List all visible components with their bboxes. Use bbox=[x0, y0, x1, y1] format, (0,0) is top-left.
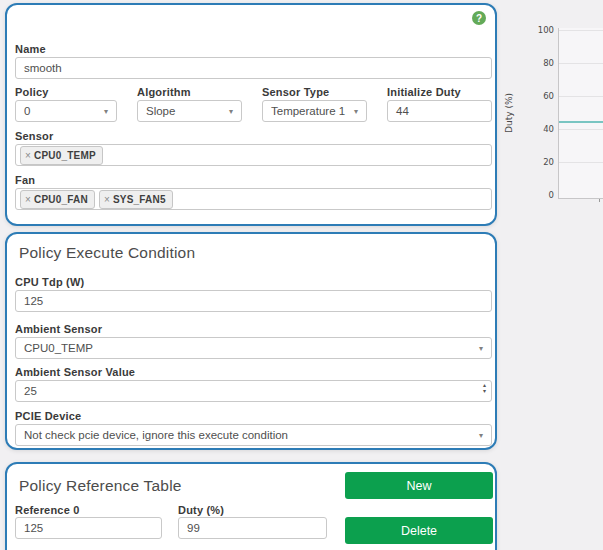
reference-0-label: Reference 0 bbox=[15, 504, 80, 516]
tag-remove-icon[interactable]: × bbox=[25, 194, 31, 205]
pcie-device-select[interactable]: Not check pcie device, ignore this execu… bbox=[15, 424, 492, 446]
cpu-tdp-input[interactable]: 125 bbox=[15, 290, 492, 312]
fan-label: Fan bbox=[15, 174, 35, 186]
stepper-down-icon[interactable]: ▾ bbox=[483, 389, 486, 395]
policy-select[interactable]: 0 ▾ bbox=[15, 100, 117, 122]
sensor-type-label: Sensor Type bbox=[262, 86, 329, 98]
tag-remove-icon[interactable]: × bbox=[104, 194, 110, 205]
policy-label: Policy bbox=[15, 86, 49, 98]
initialize-duty-label: Initialize Duty bbox=[387, 86, 461, 98]
sensor-tag-label: CPU0_TEMP bbox=[34, 150, 96, 161]
sensor-tags-input[interactable]: × CPU0_TEMP bbox=[15, 144, 492, 166]
algorithm-label: Algorithm bbox=[137, 86, 191, 98]
initialize-duty-value: 44 bbox=[396, 105, 409, 117]
sensor-type-value: Temperature 1 bbox=[271, 105, 345, 117]
chevron-down-icon: ▾ bbox=[104, 107, 108, 116]
y-tick-100: 100 bbox=[528, 25, 554, 35]
reference-table-title: Policy Reference Table bbox=[19, 477, 182, 495]
chevron-down-icon: ▾ bbox=[479, 344, 483, 353]
fan-tags-input[interactable]: × CPU0_FAN × SYS_FAN5 bbox=[15, 188, 492, 210]
y-tick-40: 40 bbox=[528, 124, 554, 134]
y-tick-0: 0 bbox=[528, 190, 554, 200]
ambient-sensor-value: CPU0_TEMP bbox=[24, 342, 93, 354]
sensor-label: Sensor bbox=[15, 130, 54, 142]
gridline-40 bbox=[559, 129, 603, 130]
ambient-sensor-select[interactable]: CPU0_TEMP ▾ bbox=[15, 337, 492, 359]
initialize-duty-input[interactable]: 44 bbox=[387, 100, 492, 122]
fan-tag: × CPU0_FAN bbox=[20, 190, 95, 209]
pcie-device-label: PCIE Device bbox=[15, 410, 81, 422]
number-stepper[interactable]: ▴ ▾ bbox=[483, 383, 486, 394]
cpu-tdp-value: 125 bbox=[24, 295, 43, 307]
name-input[interactable]: smooth bbox=[15, 57, 492, 79]
delete-button[interactable]: Delete bbox=[345, 517, 493, 544]
policy-value: 0 bbox=[24, 105, 30, 117]
x-axis-tick bbox=[599, 199, 600, 202]
ambient-sensor-label: Ambient Sensor bbox=[15, 323, 102, 335]
duty-chart-plot-area bbox=[558, 28, 603, 199]
gridline-60 bbox=[559, 96, 603, 97]
duty-pct-label: Duty (%) bbox=[178, 504, 224, 516]
initialize-duty-line bbox=[559, 121, 603, 123]
help-icon[interactable]: ? bbox=[472, 11, 486, 25]
ambient-sensor-value-value: 25 bbox=[24, 385, 37, 397]
ambient-sensor-value-label: Ambient Sensor Value bbox=[15, 366, 135, 378]
algorithm-select[interactable]: Slope ▾ bbox=[137, 100, 242, 122]
fan-tag-label: CPU0_FAN bbox=[34, 194, 88, 205]
chevron-down-icon: ▾ bbox=[479, 431, 483, 440]
policy-execute-condition-card: Policy Execute Condition CPU Tdp (W) 125… bbox=[5, 232, 497, 450]
new-button[interactable]: New bbox=[345, 472, 493, 499]
gridline-100 bbox=[559, 30, 603, 31]
y-tick-60: 60 bbox=[528, 91, 554, 101]
tag-remove-icon[interactable]: × bbox=[25, 150, 31, 161]
sensor-type-select[interactable]: Temperature 1 ▾ bbox=[262, 100, 367, 122]
gridline-20 bbox=[559, 162, 603, 163]
algorithm-value: Slope bbox=[146, 105, 175, 117]
chevron-down-icon: ▾ bbox=[229, 107, 233, 116]
name-value: smooth bbox=[24, 62, 62, 74]
duty-pct-value: 99 bbox=[187, 522, 200, 534]
ambient-sensor-value-input[interactable]: 25 ▴ ▾ bbox=[15, 380, 492, 402]
reference-0-value: 125 bbox=[24, 522, 43, 534]
execute-condition-title: Policy Execute Condition bbox=[19, 244, 195, 262]
reference-0-input[interactable]: 125 bbox=[15, 517, 162, 539]
gridline-80 bbox=[559, 63, 603, 64]
cpu-tdp-label: CPU Tdp (W) bbox=[15, 276, 84, 288]
y-tick-20: 20 bbox=[528, 157, 554, 167]
duty-pct-input[interactable]: 99 bbox=[178, 517, 327, 539]
policy-form-card: ? Name smooth Policy 0 ▾ Algorithm Slope… bbox=[5, 3, 497, 226]
fan-tag-label: SYS_FAN5 bbox=[113, 194, 166, 205]
y-tick-80: 80 bbox=[528, 58, 554, 68]
fan-tag: × SYS_FAN5 bbox=[99, 190, 173, 209]
sensor-tag: × CPU0_TEMP bbox=[20, 146, 103, 165]
policy-reference-table-card: Policy Reference Table New Reference 0 1… bbox=[5, 462, 497, 550]
name-label: Name bbox=[15, 43, 46, 55]
chevron-down-icon: ▾ bbox=[354, 107, 358, 116]
pcie-device-value: Not check pcie device, ignore this execu… bbox=[24, 429, 288, 441]
